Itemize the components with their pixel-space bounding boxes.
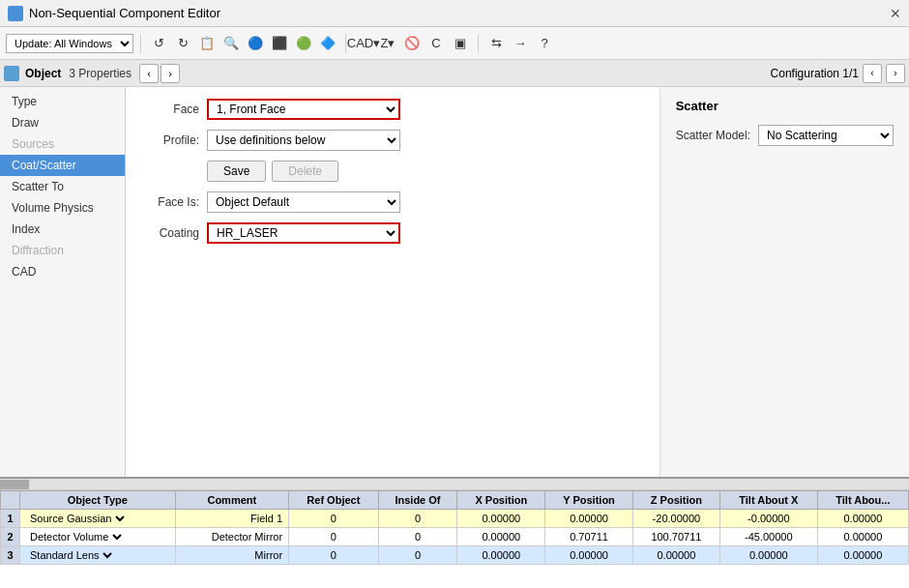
ref-object-cell: 0 — [289, 528, 379, 546]
tab-next-btn[interactable]: › — [161, 64, 180, 83]
col-x-pos[interactable]: X Position — [457, 491, 545, 510]
col-ref-object[interactable]: Ref Object — [289, 491, 379, 510]
col-object-type[interactable]: Object Type — [20, 491, 176, 510]
app-icon — [8, 6, 23, 21]
z-btn[interactable]: Z▾ — [377, 33, 398, 54]
arrow-btn[interactable]: → — [510, 33, 531, 54]
face-is-select[interactable]: Object Default — [207, 191, 400, 213]
tilt-more-cell: 0.00000 — [817, 528, 908, 546]
comment-cell: Mirror — [175, 546, 289, 565]
scatter-panel: Scatter Scatter Model: No Scattering Lam… — [660, 87, 909, 477]
scatter-header: Scatter — [676, 99, 894, 113]
col-inside-of[interactable]: Inside Of — [378, 491, 457, 510]
object-type-select[interactable]: Detector Volume — [26, 530, 125, 544]
table-row[interactable]: 1Source GaussianField 1000.000000.00000-… — [1, 510, 909, 528]
tilt-more-cell: 0.00000 — [817, 510, 908, 528]
object-type-select[interactable]: Source Gaussian — [26, 512, 128, 525]
object-type-cell[interactable]: Detector Volume — [20, 528, 176, 546]
sidebar-item-sources: Sources — [0, 133, 125, 155]
x-pos-cell: 0.00000 — [457, 510, 545, 528]
config-prev-btn[interactable]: ‹ — [863, 64, 882, 83]
sidebar-item-index[interactable]: Index — [0, 219, 125, 240]
c-btn[interactable]: C — [425, 33, 447, 54]
toolbar-sep-3 — [478, 34, 479, 53]
ref-object-cell: 0 — [289, 546, 379, 565]
circle-btn[interactable]: 🟢 — [293, 33, 314, 54]
col-z-pos[interactable]: Z Position — [632, 491, 719, 510]
col-num — [1, 491, 20, 510]
shape-btn[interactable]: 🔷 — [317, 33, 338, 54]
square-btn[interactable]: ▣ — [450, 33, 471, 54]
comment-cell: Field 1 — [175, 510, 289, 528]
block-btn[interactable]: ⬛ — [269, 33, 290, 54]
y-pos-cell: 0.00000 — [545, 546, 633, 565]
coating-select[interactable]: HR_LASER None — [207, 222, 400, 244]
sidebar-item-type[interactable]: Type — [0, 91, 125, 112]
table-wrapper[interactable]: Object Type Comment Ref Object Inside Of… — [0, 490, 909, 588]
profile-label: Profile: — [141, 133, 199, 147]
y-pos-cell: 0.70711 — [545, 528, 633, 546]
face-is-row: Face Is: Object Default — [141, 191, 644, 213]
bottom-panel: Object Type Comment Ref Object Inside Of… — [0, 477, 909, 588]
tab-prev-btn[interactable]: ‹ — [139, 64, 159, 83]
refresh2-btn[interactable]: ↻ — [172, 33, 193, 54]
table-row[interactable]: 3Standard LensMirror000.000000.000000.00… — [1, 546, 909, 565]
sidebar-item-volume-physics[interactable]: Volume Physics — [0, 197, 125, 219]
object-icon — [4, 66, 19, 81]
title-bar: Non-Sequential Component Editor ✕ — [0, 0, 909, 27]
scroll-thumb[interactable] — [0, 480, 29, 489]
table-row[interactable]: 2Detector VolumeDetector Mirror000.00000… — [1, 528, 909, 546]
toolbar-section-1: ↺ ↻ 📋 🔍 🔵 ⬛ 🟢 🔷 — [148, 33, 338, 54]
data-table: Object Type Comment Ref Object Inside Of… — [0, 490, 909, 565]
col-tilt-more[interactable]: Tilt Abou... — [817, 491, 908, 510]
main-area: Type Draw Sources Coat/Scatter Scatter T… — [0, 87, 909, 477]
object-type-cell[interactable]: Source Gaussian — [20, 510, 176, 528]
face-label: Face — [141, 103, 199, 116]
sphere-btn[interactable]: 🔵 — [245, 33, 266, 54]
x-pos-cell: 0.00000 — [457, 528, 545, 546]
table-header-row: Object Type Comment Ref Object Inside Of… — [1, 491, 909, 510]
swap-btn[interactable]: ⇆ — [485, 33, 507, 54]
content-panel: Face 1, Front Face 2, Back Face Profile:… — [126, 87, 660, 477]
face-is-label: Face Is: — [141, 195, 199, 209]
face-select[interactable]: 1, Front Face 2, Back Face — [207, 99, 400, 120]
no-btn[interactable]: 🚫 — [401, 33, 423, 54]
comment-cell: Detector Mirror — [175, 528, 289, 546]
scroll-bar[interactable] — [0, 479, 909, 490]
close-button[interactable]: ✕ — [890, 6, 901, 21]
help-btn[interactable]: ? — [534, 33, 555, 54]
object-type-select[interactable]: Standard Lens — [26, 548, 115, 562]
y-pos-cell: 0.00000 — [545, 510, 633, 528]
delete-button[interactable]: Delete — [272, 161, 338, 182]
update-dropdown[interactable]: Update: All Windows — [6, 34, 133, 53]
coating-row: Coating HR_LASER None — [141, 222, 644, 244]
tilt-more-cell: 0.00000 — [817, 546, 908, 565]
config-label: Configuration 1/1 — [771, 67, 859, 80]
col-y-pos[interactable]: Y Position — [545, 491, 633, 510]
scatter-model-label: Scatter Model: — [676, 129, 750, 142]
col-comment[interactable]: Comment — [175, 491, 289, 510]
btn-row: Save Delete — [207, 161, 644, 182]
profile-select[interactable]: Use definitions below None — [207, 130, 400, 151]
properties-count: 3 Properties — [69, 67, 132, 80]
sidebar-item-cad[interactable]: CAD — [0, 261, 125, 282]
toolbar-sep-1 — [140, 34, 141, 53]
row-num-cell: 3 — [1, 546, 20, 565]
cad-btn[interactable]: CAD▾ — [353, 33, 374, 54]
profile-row: Profile: Use definitions below None — [141, 130, 644, 151]
scatter-model-select[interactable]: No Scattering Lambertian — [758, 125, 894, 146]
sidebar-item-draw[interactable]: Draw — [0, 112, 125, 133]
object-type-cell[interactable]: Standard Lens — [20, 546, 176, 565]
sidebar-item-scatter-to[interactable]: Scatter To — [0, 176, 125, 197]
refresh-btn[interactable]: ↺ — [148, 33, 169, 54]
face-row: Face 1, Front Face 2, Back Face — [141, 99, 644, 120]
tab-bar: Object 3 Properties ‹ › Configuration 1/… — [0, 60, 909, 87]
copy-btn[interactable]: 📋 — [196, 33, 218, 54]
col-tilt-x[interactable]: Tilt About X — [719, 491, 817, 510]
save-button[interactable]: Save — [207, 161, 266, 182]
config-next-btn[interactable]: › — [886, 64, 905, 83]
sidebar-item-coat-scatter[interactable]: Coat/Scatter — [0, 155, 125, 176]
search-btn[interactable]: 🔍 — [220, 33, 242, 54]
coating-label: Coating — [141, 226, 199, 240]
z-pos-cell: -20.00000 — [632, 510, 719, 528]
